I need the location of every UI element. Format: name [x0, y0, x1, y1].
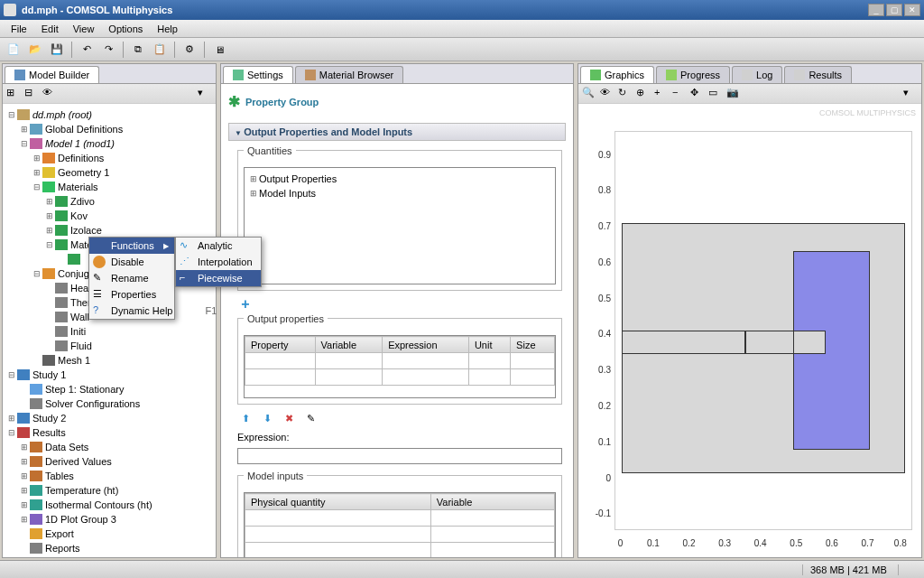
tree-node[interactable]: ⊟Model 1 (mod1) [6, 136, 212, 151]
zoom-icon[interactable]: 🔍 [582, 87, 596, 101]
minimize-button[interactable]: _ [868, 4, 884, 16]
tree-icon [14, 70, 25, 80]
main-toolbar: 📄 📂 💾 ↶ ↷ ⧉ 📋 ⚙ 🖥 [0, 38, 924, 61]
status-spacer [898, 564, 917, 575]
menu-options[interactable]: Options [101, 22, 150, 36]
tree-node[interactable]: ⊞1D Plot Group 3 [6, 512, 212, 527]
tab-settings[interactable]: Settings [223, 66, 293, 83]
x-tick: 0.2 [676, 538, 703, 548]
add-icon[interactable]: + [237, 296, 254, 312]
zoom-extents-icon[interactable]: ⊕ [636, 87, 651, 101]
tree-node[interactable]: ⊟Study 1 [6, 368, 212, 382]
tree-node[interactable]: ⊟dd.mph (root) [6, 107, 212, 122]
options-icon[interactable]: ▾ [198, 87, 212, 101]
progress-icon [666, 70, 677, 80]
move-up-icon[interactable]: ⬆ [237, 410, 254, 426]
y-tick: 0.3 [587, 365, 611, 375]
expand-icon[interactable]: ⊞ [6, 87, 21, 101]
app-icon [4, 4, 16, 16]
collapse-icon[interactable]: ⊟ [24, 87, 39, 101]
tab-graphics[interactable]: Graphics [580, 66, 654, 83]
model-tree[interactable]: ⊟dd.mph (root)⊞Global Definitions⊟Model … [3, 104, 216, 557]
tree-node[interactable]: ⊟Results [6, 425, 212, 440]
tree-node[interactable]: ⊞Global Definitions [6, 122, 212, 136]
section-output-inputs[interactable]: Output Properties and Model Inputs [228, 123, 566, 141]
tree-node[interactable]: Mesh 1 [6, 353, 212, 368]
tree-node[interactable]: ⊞Geometry 1 [6, 165, 212, 180]
open-icon[interactable]: 📂 [25, 41, 45, 59]
model-inputs-table[interactable]: Physical quantity Variable [244, 492, 556, 557]
tab-material-browser[interactable]: Material Browser [295, 66, 404, 83]
eye-icon[interactable]: 👁 [600, 87, 614, 101]
tree-node[interactable]: Export [6, 527, 212, 541]
model-builder-toolbar: ⊞ ⊟ 👁 ▾ [3, 84, 216, 104]
piecewise-icon: ⌐ [180, 272, 192, 284]
tree-node[interactable]: ⊞Study 2 [6, 411, 212, 425]
menu-view[interactable]: View [66, 22, 102, 36]
camera-icon[interactable]: 📷 [726, 87, 741, 101]
show-icon[interactable]: 👁 [42, 87, 57, 101]
save-icon[interactable]: 💾 [47, 41, 67, 59]
ctx-analytic[interactable]: ∿ Analytic [176, 238, 261, 254]
menu-edit[interactable]: Edit [34, 22, 66, 36]
redo-icon[interactable]: ↷ [98, 41, 118, 59]
close-button[interactable]: ✕ [904, 4, 920, 16]
zoom-in-icon[interactable]: + [654, 87, 669, 101]
tree-node[interactable]: Reports [6, 541, 212, 555]
ctx-properties[interactable]: ☰ Properties [89, 286, 174, 303]
desktop-icon[interactable]: 🖥 [209, 41, 229, 59]
tab-progress[interactable]: Progress [656, 66, 730, 83]
pan-icon[interactable]: ✥ [690, 87, 705, 101]
undo-icon[interactable]: ↶ [77, 41, 97, 59]
ctx-rename[interactable]: ✎ Rename F2 [89, 270, 174, 286]
x-tick: 0.5 [782, 538, 809, 548]
ctx-interpolation[interactable]: ⋰ Interpolation [176, 254, 261, 270]
ctx-disable[interactable]: Disable [89, 254, 174, 270]
paste-icon[interactable]: 📋 [150, 41, 170, 59]
move-down-icon[interactable]: ⬇ [259, 410, 275, 426]
output-properties-table[interactable]: Property Variable Expression Unit Size [244, 335, 556, 398]
new-icon[interactable]: 📄 [4, 41, 23, 59]
ctx-functions[interactable]: Functions▶ [89, 238, 174, 254]
edit-icon[interactable]: ✎ [302, 410, 319, 426]
select-icon[interactable]: ▭ [708, 87, 723, 101]
rotate-icon[interactable]: ↻ [618, 87, 633, 101]
copy-icon[interactable]: ⧉ [128, 41, 148, 59]
tree-node[interactable]: ⊞Zdivo [6, 194, 212, 209]
y-tick: 0.9 [587, 150, 611, 160]
tree-node[interactable]: ⊞Derived Values [6, 454, 212, 469]
tree-node[interactable]: ⊞Definitions [6, 151, 212, 165]
expression-input[interactable] [237, 448, 562, 464]
tab-results[interactable]: Results [784, 66, 852, 83]
tree-node[interactable]: Step 1: Stationary [6, 382, 212, 396]
x-tick: 0 [607, 538, 634, 548]
menu-file[interactable]: File [4, 22, 34, 36]
delete-icon[interactable]: ✖ [281, 410, 297, 426]
tree-node[interactable]: ⊞Isothermal Contours (ht) [6, 498, 212, 512]
more-icon[interactable]: ▾ [903, 87, 918, 101]
tab-log[interactable]: Log [732, 66, 782, 83]
maximize-button[interactable]: ▢ [886, 4, 902, 16]
zoom-out-icon[interactable]: − [672, 87, 687, 101]
ctx-dynamic-help[interactable]: ? Dynamic Help F1 [89, 303, 174, 319]
tree-node[interactable]: ⊞Data Sets [6, 440, 212, 454]
tree-node[interactable]: ⊞Temperature (ht) [6, 483, 212, 498]
tree-node[interactable]: ⊞Izolace [6, 223, 212, 238]
ctx-piecewise[interactable]: ⌐ Piecewise [176, 270, 261, 286]
y-tick: 0.4 [587, 329, 611, 339]
compute-icon[interactable]: ⚙ [180, 41, 199, 59]
tree-node[interactable]: ⊞Kov [6, 209, 212, 223]
tree-node[interactable]: ⊟Materials [6, 180, 212, 194]
context-menu: Functions▶ Disable ✎ Rename F2 ☰ Propert… [88, 237, 175, 320]
interpolation-icon: ⋰ [180, 256, 192, 268]
graphics-panel: Graphics Progress Log Results 🔍 👁 ↻ ⊕ + … [578, 63, 922, 558]
graphics-canvas[interactable]: COMSOL MULTIPHYSICS 0.90.80.70.60.50.40.… [578, 104, 921, 557]
tab-model-builder[interactable]: Model Builder [5, 66, 99, 83]
graphics-icon [590, 70, 601, 80]
quantities-tree[interactable]: ⊞Output Properties ⊞Model Inputs [244, 167, 556, 284]
tree-node[interactable]: Initi [6, 324, 212, 339]
tree-node[interactable]: Solver Configurations [6, 396, 212, 411]
menu-help[interactable]: Help [150, 22, 185, 36]
tree-node[interactable]: ⊞Tables [6, 469, 212, 483]
tree-node[interactable]: Fluid [6, 339, 212, 353]
